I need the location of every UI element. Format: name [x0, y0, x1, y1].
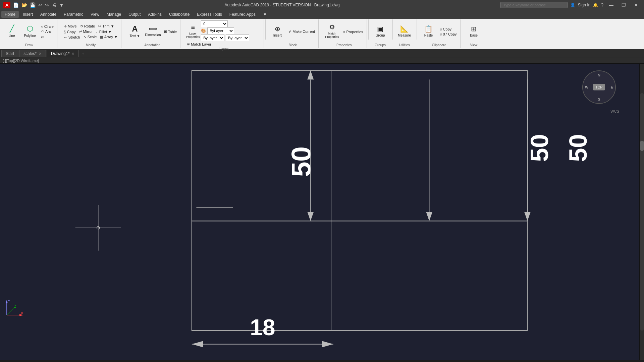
nav-west: W	[585, 85, 588, 89]
menu-output[interactable]: Output	[125, 11, 144, 18]
menu-bar: Home Insert Annotate Parametric View Man…	[0, 10, 644, 19]
measure-btn[interactable]: 📐 Measure	[396, 20, 413, 42]
circle-icon: ○	[41, 24, 43, 28]
scroll-track[interactable]	[640, 93, 644, 330]
move-btn[interactable]: ✛ Move	[62, 24, 78, 29]
help-btn[interactable]: ?	[601, 2, 603, 8]
svg-text:50: 50	[564, 134, 592, 162]
scale-btn[interactable]: ⤡ Scale	[82, 35, 98, 40]
menu-view[interactable]: View	[87, 11, 103, 18]
ribbon-group-modify: ✛ Move ↻ Rotate ✂ Trim ▼ ⎘ Copy ⇌ Mirror…	[60, 19, 121, 48]
tab-start[interactable]: Start	[1, 50, 18, 57]
customize-icon[interactable]: ▼	[59, 2, 64, 8]
measure-icon: 📐	[400, 25, 409, 33]
minimize-btn[interactable]: —	[606, 2, 616, 8]
sep2	[123, 19, 123, 40]
copy07-btn[interactable]: ⎘ 07 Copy	[438, 32, 458, 37]
canvas-area[interactable]: 50 50 50 18	[0, 64, 639, 360]
subscription-icon[interactable]: 🔔	[593, 3, 598, 7]
line-icon: ╱	[10, 24, 14, 33]
sep9	[462, 19, 462, 40]
close-btn[interactable]: ✕	[631, 2, 641, 8]
text-icon: A	[132, 24, 138, 34]
polyline-icon: ⬡	[27, 24, 33, 33]
base-btn[interactable]: ⊞ Base	[466, 20, 482, 42]
polyline-btn[interactable]: ⬡ Polyline	[21, 20, 38, 42]
tab-drawing1[interactable]: Drawing1* ✕	[47, 50, 79, 57]
ribbon-group-utilities: 📐 Measure Utilities	[394, 19, 415, 48]
scroll-thumb[interactable]	[640, 141, 644, 151]
new-icon[interactable]: 📄	[13, 2, 19, 8]
tab-add-btn[interactable]: +	[79, 50, 86, 57]
menu-insert[interactable]: Insert	[19, 11, 36, 18]
base-icon: ⊞	[471, 25, 477, 33]
menu-collaborate[interactable]: Collaborate	[166, 11, 193, 18]
svg-text:Y: Y	[8, 299, 10, 303]
maximize-btn[interactable]: ❐	[619, 2, 629, 8]
keyword-search[interactable]	[500, 2, 568, 8]
color-dropdown[interactable]: ByLayer	[207, 27, 234, 34]
sep8	[417, 19, 417, 40]
svg-text:50: 50	[525, 134, 553, 162]
print-icon[interactable]: 🖨	[52, 2, 56, 8]
match-props-icon: ⚙	[329, 23, 335, 31]
stretch-btn[interactable]: ↔ Stretch	[62, 35, 82, 40]
save-icon[interactable]: 💾	[30, 2, 36, 8]
coord-axes: Y X Z	[3, 298, 23, 320]
linetype-dropdown[interactable]: ByLayer	[201, 35, 224, 41]
help-icon[interactable]: 👤	[570, 3, 575, 7]
layer-dropdown[interactable]: 0	[201, 20, 228, 27]
svg-text:50: 50	[286, 146, 316, 177]
lineweight-dropdown[interactable]: ByLayer	[226, 35, 249, 41]
dimension-btn[interactable]: ⟺ Dimension	[145, 20, 161, 42]
rotate-btn[interactable]: ↻ Rotate	[79, 24, 96, 29]
svg-text:18: 18	[250, 314, 275, 340]
properties-btn[interactable]: ≡ Properties	[342, 29, 365, 34]
menu-addins[interactable]: Add-ins	[145, 11, 165, 18]
undo-icon[interactable]: ↩	[38, 2, 42, 8]
copy-btn[interactable]: ⎘ Copy	[62, 29, 77, 34]
ribbon-group-properties: ⚙ Match Properties ≡ Properties Properti…	[322, 19, 367, 48]
text-btn[interactable]: A Text ▼	[126, 20, 143, 42]
copy-clipboard-btn[interactable]: ⎘ Copy	[438, 27, 458, 32]
redo-icon[interactable]: ↪	[45, 2, 49, 8]
menu-home[interactable]: Home	[1, 11, 19, 18]
insert-btn[interactable]: ⊕ Insert	[269, 20, 286, 42]
menu-express[interactable]: Express Tools	[194, 11, 225, 18]
layer-props-icon: ≡	[191, 23, 195, 31]
menu-manage[interactable]: Manage	[103, 11, 124, 18]
arc-icon: ◠	[41, 29, 44, 34]
open-icon[interactable]: 📂	[21, 2, 27, 8]
dim-icon: ⟺	[149, 25, 157, 33]
trim-btn[interactable]: ✂ Trim ▼	[97, 24, 115, 29]
fillet-btn[interactable]: ⌐ Fillet ▼	[95, 29, 113, 34]
paste-btn[interactable]: 📋 Paste	[420, 20, 437, 42]
sign-in-btn[interactable]: Sign In	[578, 3, 590, 7]
layer-properties-btn[interactable]: ≡ Layer Properties	[185, 20, 200, 42]
tab-drawing1-close[interactable]: ✕	[71, 52, 74, 56]
match-layer-btn[interactable]: ≋ Match Layer	[185, 42, 213, 47]
tab-bar: Start scales* ✕ Drawing1* ✕ +	[0, 49, 644, 58]
wcs-label: WCS	[610, 109, 619, 113]
tab-scales-close[interactable]: ✕	[39, 52, 42, 56]
arc-btn[interactable]: ◠ Arc	[40, 29, 55, 34]
table-btn[interactable]: ⊞ Table	[163, 29, 178, 34]
svg-text:X: X	[21, 311, 23, 315]
nav-cube[interactable]: N S E W TOP WCS	[582, 70, 619, 107]
tab-scales[interactable]: scales* ✕	[19, 50, 46, 57]
array-btn[interactable]: ▦ Array ▼	[99, 35, 119, 40]
rectangle-btn[interactable]: ▭	[40, 35, 55, 40]
circle-btn[interactable]: ○ Circle	[40, 24, 55, 29]
menu-featured[interactable]: Featured Apps	[226, 11, 259, 18]
title-bar-title: Autodesk AutoCAD 2019 - STUDENT VERSION …	[64, 3, 500, 7]
make-current-btn[interactable]: ✔ Make Current	[287, 29, 316, 34]
match-properties-btn[interactable]: ⚙ Match Properties	[324, 20, 340, 42]
group-btn[interactable]: ▣ Group	[372, 20, 389, 42]
menu-annotate[interactable]: Annotate	[37, 11, 60, 18]
line-btn[interactable]: ╱ Line	[3, 20, 20, 42]
mirror-btn[interactable]: ⇌ Mirror	[78, 29, 94, 34]
menu-parametric[interactable]: Parametric	[60, 11, 87, 18]
app-icon[interactable]: A	[3, 2, 10, 8]
nav-top-btn[interactable]: TOP	[593, 84, 605, 90]
menu-more[interactable]: ▼	[260, 11, 270, 18]
